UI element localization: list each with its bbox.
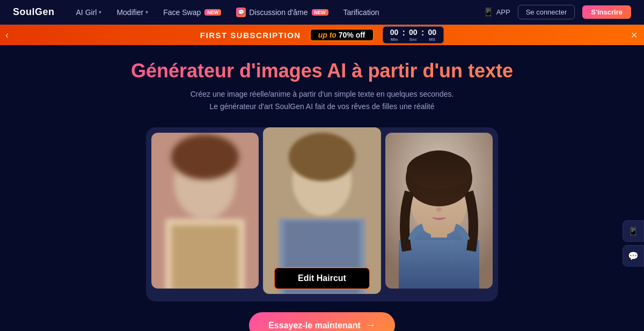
promo-prev-arrow[interactable]: ‹ <box>5 30 9 41</box>
nav-right: 📱 APP Se connecter S'inscrire <box>483 5 631 19</box>
chat-icon: 💬 <box>628 251 639 261</box>
hero-section: Générateur d'images AI à partir d'un tex… <box>0 45 644 122</box>
svg-point-22 <box>407 152 471 189</box>
nav-item-tarification[interactable]: Tarification <box>343 8 379 17</box>
timer-minutes: 00 Min <box>389 28 400 42</box>
soul-icon: 💬 <box>236 8 246 17</box>
navbar: SoulGen AI Girl ▾ Modifier ▾ Face Swap N… <box>0 0 644 25</box>
promo-timer: 00 Min : 00 Sec : 00 MS <box>383 26 444 44</box>
timer-ms: 00 MS <box>426 28 438 42</box>
app-button[interactable]: 📱 APP <box>483 7 510 17</box>
chat-side-button[interactable]: 💬 <box>623 245 644 267</box>
nav-links: AI Girl ▾ Modifier ▾ Face Swap NEW 💬 Dis… <box>76 8 483 17</box>
cta-label: Essayez-le maintenant <box>268 321 361 330</box>
try-now-button[interactable]: Essayez-le maintenant → <box>249 312 395 331</box>
svg-point-2 <box>171 134 239 179</box>
hero-subtitle-line1: Créez une image réelle/anime à partir d'… <box>13 88 631 101</box>
new-badge: NEW <box>312 9 328 16</box>
nav-item-faceswap[interactable]: Face Swap NEW <box>163 8 221 17</box>
hero-title: Générateur d'images AI à partir d'un tex… <box>13 60 631 82</box>
timer-separator: : <box>402 28 405 42</box>
login-button[interactable]: Se connecter <box>518 5 575 19</box>
edit-haircut-button[interactable]: Edit Haircut <box>274 267 370 290</box>
new-badge: NEW <box>204 9 221 16</box>
timer-separator: : <box>421 28 424 42</box>
nav-item-modifier[interactable]: Modifier ▾ <box>116 8 148 17</box>
gallery-image-left <box>151 133 259 289</box>
app-side-button[interactable]: 📱 <box>623 220 644 242</box>
svg-rect-4 <box>171 225 239 289</box>
chevron-down-icon: ▾ <box>145 9 148 15</box>
promo-label: FIRST SUBSCRIPTION <box>200 31 301 40</box>
chevron-down-icon: ▾ <box>99 9 101 15</box>
side-buttons: 📱 💬 <box>623 220 644 267</box>
phone-icon: 📱 <box>483 7 494 17</box>
cta-arrow-icon: → <box>366 320 376 331</box>
nav-item-discussion[interactable]: 💬 Discussion d'âme NEW <box>236 8 328 17</box>
cta-container: Essayez-le maintenant → <box>0 312 644 331</box>
svg-point-8 <box>289 133 355 181</box>
gallery-section: Edit Haircut <box>0 127 644 301</box>
promo-banner: ‹ FIRST SUBSCRIPTION up to 70% off 00 Mi… <box>0 25 644 45</box>
phone-icon: 📱 <box>628 226 639 236</box>
promo-discount: up to 70% off <box>310 28 374 41</box>
edit-btn-container: Edit Haircut <box>274 267 370 290</box>
signup-button[interactable]: S'inscrire <box>582 5 631 19</box>
promo-close-button[interactable]: ✕ <box>631 30 638 40</box>
logo[interactable]: SoulGen <box>13 6 55 18</box>
svg-point-20 <box>436 207 442 212</box>
image-placeholder <box>151 133 259 289</box>
timer-seconds: 00 Sec <box>407 28 419 42</box>
gallery-card: Edit Haircut <box>146 127 498 301</box>
gallery-image-right <box>385 133 493 289</box>
hero-subtitle-line2: Le générateur d'art SoulGen AI fait de v… <box>13 100 631 113</box>
nav-item-aigirl[interactable]: AI Girl ▾ <box>76 8 102 17</box>
